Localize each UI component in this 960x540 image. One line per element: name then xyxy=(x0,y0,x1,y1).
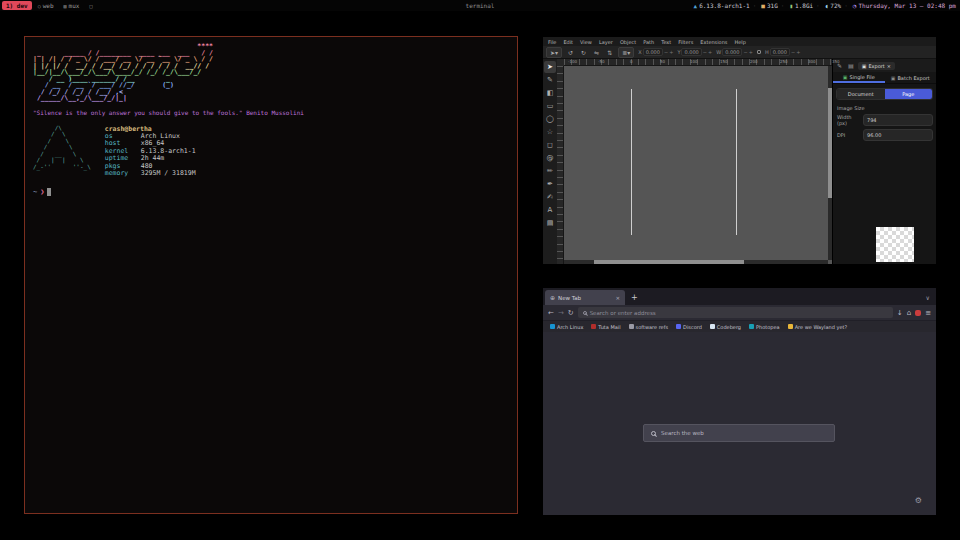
h-minus-button[interactable]: − xyxy=(791,49,795,55)
inkscape-window[interactable]: File Edit View Layer Object Path Text Fi… xyxy=(543,37,936,264)
document-button[interactable]: Document xyxy=(837,89,885,99)
workspace-web[interactable]: ○ web xyxy=(34,1,58,10)
x-minus-button[interactable]: − xyxy=(664,49,668,55)
text-tool[interactable]: A xyxy=(544,204,556,216)
selector-tool[interactable]: ➤ xyxy=(544,61,556,73)
menu-icon[interactable]: ≡ xyxy=(925,309,931,317)
gradient-tool[interactable]: ▤ xyxy=(544,217,556,229)
menu-filters[interactable]: Filters xyxy=(678,39,693,45)
rectangle-tool[interactable]: ▭ xyxy=(544,100,556,112)
y-plus-button[interactable]: + xyxy=(708,49,712,55)
close-icon[interactable]: × xyxy=(615,295,620,301)
spiral-tool[interactable]: @ xyxy=(544,152,556,164)
h-plus-button[interactable]: + xyxy=(796,49,800,55)
align-dropdown[interactable]: ≣▾ xyxy=(618,47,634,58)
single-file-icon: ▣ xyxy=(843,74,848,80)
w-value[interactable]: 0.000 xyxy=(722,48,742,56)
newtab-search-input[interactable]: Search the web xyxy=(643,424,835,442)
ellipse-tool[interactable]: ◯ xyxy=(544,113,556,125)
w-plus-button[interactable]: + xyxy=(749,49,753,55)
menu-view[interactable]: View xyxy=(580,39,592,45)
volume-module[interactable]: ◖ 72% xyxy=(816,2,841,9)
back-button[interactable]: ← xyxy=(548,309,554,317)
rotate-ccw-icon[interactable]: ↺ xyxy=(566,49,575,56)
bookmark-discord[interactable]: Discord xyxy=(676,324,702,330)
shell-prompt[interactable]: ~ ❯ xyxy=(33,188,509,196)
workspace-dev[interactable]: 1) dev xyxy=(2,1,32,10)
url-bar[interactable]: Search or enter address xyxy=(578,307,893,318)
dpi-field[interactable]: 96.00 xyxy=(863,129,933,141)
vertical-scrollbar[interactable] xyxy=(828,66,832,260)
menu-edit[interactable]: Edit xyxy=(563,39,573,45)
select-mode-dropdown[interactable]: ➤▾ xyxy=(546,47,562,58)
x-value[interactable]: 0.000 xyxy=(643,48,663,56)
tab-single-file[interactable]: ▣ Single File xyxy=(833,72,885,83)
menu-text[interactable]: Text xyxy=(661,39,671,45)
horizontal-scrollbar[interactable] xyxy=(564,260,828,264)
bookmark-label: Discord xyxy=(683,324,702,330)
close-icon[interactable]: × xyxy=(887,63,891,69)
menu-file[interactable]: File xyxy=(548,39,556,45)
workspace-mux[interactable]: ▤ mux xyxy=(60,1,84,10)
bookmark-codeberg[interactable]: Codeberg xyxy=(710,324,741,330)
reload-button[interactable]: ↻ xyxy=(568,309,574,317)
shape-builder-tool[interactable]: ◧ xyxy=(544,87,556,99)
menu-path[interactable]: Path xyxy=(643,39,654,45)
width-field[interactable]: 794 xyxy=(863,114,933,126)
menu-layer[interactable]: Layer xyxy=(599,39,613,45)
layers-dock-icon[interactable]: ▤ xyxy=(846,62,856,69)
bookmark-software-refs[interactable]: software refs xyxy=(629,324,668,330)
pencil-tool[interactable]: ✏ xyxy=(544,165,556,177)
bookmark-arch-linux[interactable]: Arch Linux xyxy=(550,324,583,330)
page-button[interactable]: Page xyxy=(885,89,933,99)
y-value[interactable]: 0.000 xyxy=(681,48,701,56)
y-spinbox[interactable]: Y 0.000 − + xyxy=(677,48,712,56)
box3d-tool[interactable]: ◻ xyxy=(544,139,556,151)
x-plus-button[interactable]: + xyxy=(669,49,673,55)
x-spinbox[interactable]: X 0.000 − + xyxy=(638,48,673,56)
w-minus-button[interactable]: − xyxy=(743,49,747,55)
workspace-web-label: web xyxy=(43,2,54,9)
home-icon[interactable]: ⌂ xyxy=(907,309,911,317)
tab-batch-export[interactable]: ▣ Batch Export xyxy=(885,72,937,83)
lock-ratio-icon[interactable] xyxy=(757,50,761,54)
star-tool[interactable]: ☆ xyxy=(544,126,556,138)
h-value[interactable]: 0.000 xyxy=(770,48,790,56)
rotate-cw-icon[interactable]: ↻ xyxy=(579,49,588,56)
width-label: Width (px) xyxy=(837,114,861,126)
scrollbar-thumb[interactable] xyxy=(594,260,744,264)
scrollbar-thumb[interactable] xyxy=(828,88,832,198)
forward-button[interactable]: → xyxy=(558,309,564,317)
h-spinbox[interactable]: H 0.000 − + xyxy=(765,48,801,56)
new-tab-button[interactable]: + xyxy=(631,293,638,302)
tab-new-tab[interactable]: ⊕ New Tab × xyxy=(545,290,625,305)
calligraphy-tool[interactable]: ✍ xyxy=(544,191,556,203)
menu-help[interactable]: Help xyxy=(734,39,745,45)
downloads-icon[interactable]: ↓ xyxy=(897,309,903,317)
flip-vertical-icon[interactable]: ⇅ xyxy=(605,49,614,56)
bookmark-tuta-mail[interactable]: Tuta Mail xyxy=(591,324,620,330)
inkscape-canvas[interactable]: -100 -50 0 50 100 150 200 250 300 350 xyxy=(557,59,832,264)
inkscape-menubar: File Edit View Layer Object Path Text Fi… xyxy=(543,37,936,46)
y-minus-button[interactable]: − xyxy=(703,49,707,55)
menu-object[interactable]: Object xyxy=(620,39,636,45)
w-spinbox[interactable]: W 0.000 − + xyxy=(716,48,753,56)
prompt-path: ~ xyxy=(33,188,37,196)
tab-list-chevron-icon[interactable]: ∨ xyxy=(926,294,934,301)
pen-tool[interactable]: ✒ xyxy=(544,178,556,190)
favicon xyxy=(788,324,793,329)
bookmark-photopea[interactable]: Photopea xyxy=(749,324,780,330)
menu-extensions[interactable]: Extensions xyxy=(700,39,727,45)
gear-icon[interactable]: ⚙ xyxy=(915,496,922,505)
browser-window[interactable]: ⊕ New Tab × + ∨ ← → ↻ Search or enter ad… xyxy=(543,288,936,515)
terminal-window[interactable]: **** _ _____ / /________ ____ ___ ___ / … xyxy=(24,36,518,514)
ruler-corner-lock-icon[interactable] xyxy=(557,59,564,66)
export-dock-tab[interactable]: ▣ Export × xyxy=(858,62,895,70)
bookmark-label: Tuta Mail xyxy=(598,324,620,330)
bookmark-label: Photopea xyxy=(756,324,780,330)
workspace-empty[interactable]: □ xyxy=(85,2,96,10)
flip-horizontal-icon[interactable]: ⇋ xyxy=(592,49,601,56)
bookmark-are-we-wayland-yet[interactable]: Are we Wayland yet? xyxy=(788,324,847,330)
extension-icon[interactable] xyxy=(915,310,921,316)
node-tool[interactable]: ✎ xyxy=(544,74,556,86)
